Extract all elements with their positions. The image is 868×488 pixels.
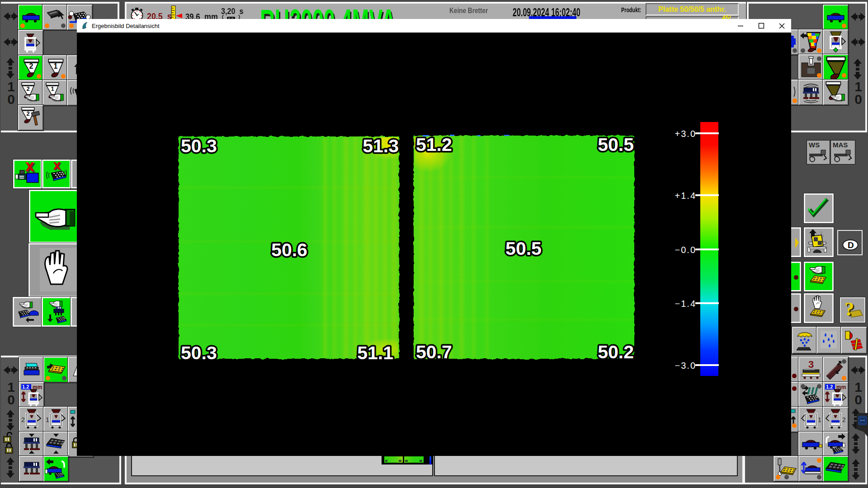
- svg-text:50.5: 50.5: [505, 238, 542, 259]
- svg-text:?: ?: [844, 299, 854, 319]
- svg-text:51.1: 51.1: [357, 343, 393, 363]
- svg-text:51.2: 51.2: [416, 134, 452, 155]
- svg-text:51.3: 51.3: [363, 136, 399, 156]
- svg-text:50.7: 50.7: [416, 342, 452, 362]
- svg-text:1: 1: [54, 62, 58, 70]
- svg-text:1.2: 1.2: [826, 384, 833, 389]
- svg-text:2: 2: [21, 416, 25, 423]
- svg-text:50.5: 50.5: [598, 134, 634, 155]
- svg-text:1: 1: [51, 85, 54, 92]
- svg-text:2: 2: [29, 62, 33, 70]
- svg-text:50.6: 50.6: [271, 239, 307, 260]
- svg-text:2: 2: [26, 85, 29, 92]
- svg-text:3: 3: [808, 359, 814, 370]
- svg-text:1: 1: [46, 416, 49, 423]
- svg-text:50.3: 50.3: [181, 136, 217, 156]
- svg-text:50.2: 50.2: [598, 342, 634, 362]
- svg-text:1: 1: [818, 416, 821, 423]
- svg-text:D: D: [848, 240, 854, 250]
- svg-text:50.3: 50.3: [181, 343, 217, 363]
- svg-text:2: 2: [842, 416, 846, 423]
- svg-text:1.2: 1.2: [22, 384, 29, 389]
- svg-text:2: 2: [26, 110, 29, 117]
